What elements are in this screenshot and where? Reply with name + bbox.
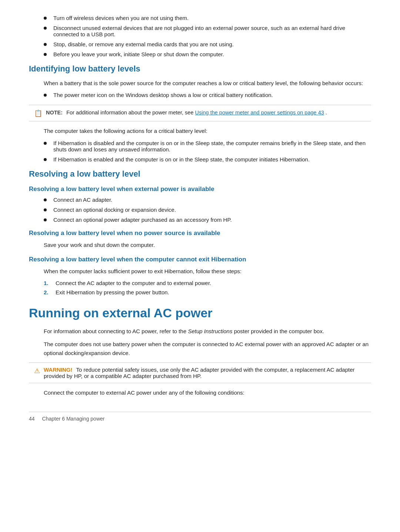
list-item-text: If Hibernation is disabled and the compu… (53, 140, 371, 153)
footer-page-number: 44 (29, 416, 35, 422)
list-item: If Hibernation is disabled and the compu… (29, 140, 371, 153)
list-item: Disconnect unused external devices that … (29, 25, 371, 37)
list-item-text: Connect an optional docking or expansion… (53, 207, 176, 213)
resolving-sub2-heading: Resolving a low battery level when no po… (29, 230, 371, 237)
top-bullet-list: Turn off wireless devices when you are n… (29, 15, 371, 57)
warning-icon: ⚠ (34, 367, 40, 375)
running-para1-prefix: For information about connecting to AC p… (44, 328, 188, 334)
section-identifying-heading: Identifying low battery levels (29, 64, 371, 74)
list-item: Turn off wireless devices when you are n… (29, 15, 371, 21)
note-text-content: For additional information about the pow… (66, 110, 195, 116)
bullet-dot (44, 27, 47, 30)
section-resolving-heading: Resolving a low battery level (29, 169, 371, 179)
step-number: 1. (44, 280, 51, 286)
running-para1-suffix: poster provided in the computer box. (232, 328, 324, 334)
resolving-sub3-heading: Resolving a low battery level when the c… (29, 256, 371, 263)
list-item: If Hibernation is enabled and the comput… (29, 156, 371, 163)
resolving-sub1-bullets: Connect an AC adapter. Connect an option… (29, 197, 371, 223)
page-content: Turn off wireless devices when you are n… (0, 0, 400, 444)
warning-box: ⚠ WARNING! To reduce potential safety is… (29, 362, 371, 383)
list-item: 1. Connect the AC adapter to the compute… (29, 280, 371, 286)
list-item-text: Stop, disable, or remove any external me… (53, 41, 234, 47)
step-number: 2. (44, 289, 51, 295)
critical-bullet-list: If Hibernation is disabled and the compu… (29, 140, 371, 163)
list-item-text: Connect an AC adapter. (53, 197, 112, 203)
resolving-sub2-text: Save your work and shut down the compute… (29, 241, 371, 249)
warning-content: To reduce potential safety issues, use o… (44, 367, 355, 379)
bullet-dot (44, 142, 47, 145)
bullet-dot (44, 158, 47, 161)
note-text: NOTE: For additional information about t… (46, 109, 327, 117)
list-item: Stop, disable, or remove any external me… (29, 41, 371, 47)
list-item-text: Turn off wireless devices when you are n… (53, 15, 189, 21)
list-item-text: If Hibernation is enabled and the comput… (53, 156, 310, 163)
list-item: Connect an optional power adapter purcha… (29, 217, 371, 223)
step-text: Connect the AC adapter to the computer a… (56, 280, 211, 286)
warning-label: WARNING! (44, 367, 73, 373)
list-item: Before you leave your work, initiate Sle… (29, 51, 371, 57)
list-item-text: Disconnect unused external devices that … (53, 25, 371, 37)
section-running-heading: Running on external AC power (29, 306, 371, 320)
note-link[interactable]: Using the power meter and power settings… (195, 110, 324, 116)
resolving-sub3-steps: 1. Connect the AC adapter to the compute… (29, 280, 371, 295)
bullet-dot (44, 218, 47, 221)
note-box: 📋 NOTE: For additional information about… (29, 105, 371, 121)
note-label: NOTE: (46, 110, 63, 116)
footer-chapter: Chapter 6 Managing power (42, 416, 105, 422)
identifying-bullet-list: The power meter icon on the Windows desk… (29, 92, 371, 98)
critical-intro: The computer takes the following actions… (29, 127, 371, 135)
list-item: Connect an AC adapter. (29, 197, 371, 203)
page-footer: 44 Chapter 6 Managing power (29, 412, 371, 422)
warning-text: WARNING! To reduce potential safety issu… (44, 367, 366, 379)
list-item: Connect an optional docking or expansion… (29, 207, 371, 213)
list-item-text: Before you leave your work, initiate Sle… (53, 51, 224, 57)
bullet-dot (44, 198, 47, 201)
note-icon: 📋 (34, 109, 42, 117)
running-para1: For information about connecting to AC p… (29, 327, 371, 335)
list-item-text: The power meter icon on the Windows desk… (53, 92, 273, 98)
resolving-sub1-heading: Resolving a low battery level when exter… (29, 185, 371, 193)
running-para1-italic: Setup Instructions (188, 328, 232, 334)
bullet-dot (44, 43, 47, 46)
note-link-suffix: . (326, 110, 327, 116)
identifying-intro: When a battery that is the sole power so… (29, 79, 371, 87)
running-para2: The computer does not use battery power … (29, 340, 371, 357)
bullet-dot (44, 208, 47, 211)
step-text: Exit Hibernation by pressing the power b… (56, 289, 169, 295)
running-para3: Connect the computer to external AC powe… (29, 388, 371, 397)
bullet-dot (44, 94, 47, 97)
bullet-dot (44, 17, 47, 20)
list-item-text: Connect an optional power adapter purcha… (53, 217, 232, 223)
list-item: The power meter icon on the Windows desk… (29, 92, 371, 98)
list-item: 2. Exit Hibernation by pressing the powe… (29, 289, 371, 295)
bullet-dot (44, 53, 47, 56)
resolving-sub3-intro: When the computer lacks sufficient power… (29, 267, 371, 275)
